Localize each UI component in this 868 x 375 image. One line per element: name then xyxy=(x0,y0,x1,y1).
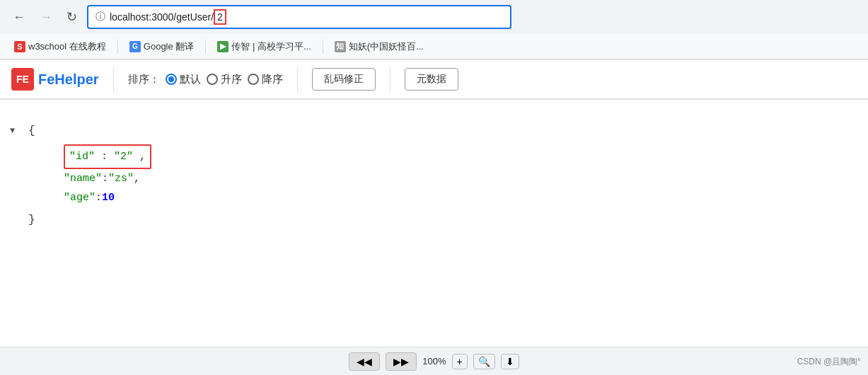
search-button[interactable]: 🔍 xyxy=(473,354,495,369)
zoom-level: 100% xyxy=(422,356,446,367)
json-name-line: "name" : "zs" , xyxy=(21,169,847,188)
json-age-line: "age" : 10 xyxy=(21,188,847,207)
sort-asc-option[interactable]: 升序 xyxy=(207,73,242,86)
sort-label: 排序： xyxy=(128,73,160,86)
sort-default-option[interactable]: 默认 xyxy=(166,73,201,86)
zoom-in-button[interactable]: + xyxy=(452,354,468,369)
bottom-toolbar: ◀◀ ▶▶ 100% + 🔍 ⬇ xyxy=(0,347,868,375)
json-open-brace-line: { xyxy=(21,121,847,142)
bookmark-separator-2 xyxy=(205,40,206,54)
fehelper-logo-text: FeHelper xyxy=(38,71,99,88)
id-highlight: "id" : "2" , xyxy=(64,144,151,169)
reload-button[interactable]: ↻ xyxy=(62,6,81,28)
id-value: "2" xyxy=(114,151,133,163)
name-key: "name" xyxy=(64,169,102,188)
bookmark-zhiyao-label: 知妖(中国妖怪百... xyxy=(349,40,424,53)
collapse-triangle[interactable]: ▼ xyxy=(10,124,15,139)
sort-default-radio[interactable] xyxy=(166,74,177,85)
sort-desc-radio[interactable] xyxy=(248,74,259,85)
open-brace: { xyxy=(28,121,35,142)
forward-button[interactable]: → xyxy=(35,7,57,28)
bookmark-google-translate-label: Google 翻译 xyxy=(144,40,195,53)
sort-desc-option[interactable]: 降序 xyxy=(248,73,283,86)
fehelper-logo: FE FeHelper xyxy=(11,68,99,91)
name-comma: , xyxy=(134,169,140,188)
next-page-button[interactable]: ▶▶ xyxy=(386,352,417,371)
bookmark-chuanzhi[interactable]: ▶ 传智 | 高校学习平... xyxy=(212,38,316,55)
sort-asc-radio[interactable] xyxy=(207,74,218,85)
json-content-area: ▼ { "id" : "2" , "name" : "zs" , "age" :… xyxy=(0,107,868,245)
back-button[interactable]: ← xyxy=(8,7,30,28)
url-suffix: 2 xyxy=(214,9,226,25)
sort-asc-label: 升序 xyxy=(221,73,242,86)
bookmark-google-translate[interactable]: G Google 翻译 xyxy=(124,38,200,55)
json-close-brace-line: } xyxy=(21,210,847,231)
id-comma: , xyxy=(139,151,146,163)
bookmark-separator-3 xyxy=(323,40,323,54)
url-prefix: localhost:3000/getUser/ xyxy=(110,11,214,23)
garble-fix-button[interactable]: 乱码修正 xyxy=(312,68,376,91)
prev-page-button[interactable]: ◀◀ xyxy=(349,352,380,371)
bookmark-zhiyao[interactable]: 知 知妖(中国妖怪百... xyxy=(329,38,429,55)
age-value: 10 xyxy=(102,188,115,207)
id-key: "id" xyxy=(69,151,95,163)
bookmark-chuanzhi-label: 传智 | 高校学习平... xyxy=(231,40,311,53)
navigation-bar: ← → ↻ ⓘ localhost:3000/getUser/2 xyxy=(0,0,868,34)
toolbar-divider-3 xyxy=(390,67,390,92)
bookmarks-bar: S w3school 在线教程 G Google 翻译 ▶ 传智 | 高校学习平… xyxy=(0,34,868,59)
meta-button[interactable]: 元数据 xyxy=(405,68,458,91)
toolbar-divider-1 xyxy=(113,67,114,92)
age-colon: : xyxy=(96,188,102,207)
bookmark-w3school[interactable]: S w3school 在线教程 xyxy=(8,38,112,55)
bookmark-separator-1 xyxy=(117,40,118,54)
id-colon: : xyxy=(101,151,114,163)
fehelper-logo-icon: FE xyxy=(11,68,34,91)
name-value: "zs" xyxy=(108,169,134,188)
sort-default-label: 默认 xyxy=(180,73,201,86)
w3school-icon: S xyxy=(14,41,25,52)
download-button[interactable]: ⬇ xyxy=(501,354,519,369)
bookmark-w3school-label: w3school 在线教程 xyxy=(28,40,106,53)
address-text: localhost:3000/getUser/2 xyxy=(110,9,503,25)
close-brace: } xyxy=(28,210,35,231)
info-icon: ⓘ xyxy=(96,11,105,23)
address-bar[interactable]: ⓘ localhost:3000/getUser/2 xyxy=(87,5,511,29)
google-translate-icon: G xyxy=(129,41,141,52)
fehelper-toolbar: FE FeHelper 排序： 默认 升序 降序 乱码修正 元数据 xyxy=(0,60,868,100)
chuanzhi-icon: ▶ xyxy=(217,41,228,52)
age-key: "age" xyxy=(64,188,96,207)
watermark: CSDN @且陶陶° xyxy=(797,356,861,368)
toolbar-divider-2 xyxy=(297,67,298,92)
sort-desc-label: 降序 xyxy=(262,73,283,86)
name-colon: : xyxy=(102,169,108,188)
zhiyao-icon: 知 xyxy=(335,41,346,52)
json-id-line: "id" : "2" , xyxy=(21,144,847,169)
sort-group: 排序： 默认 升序 降序 xyxy=(128,73,283,86)
